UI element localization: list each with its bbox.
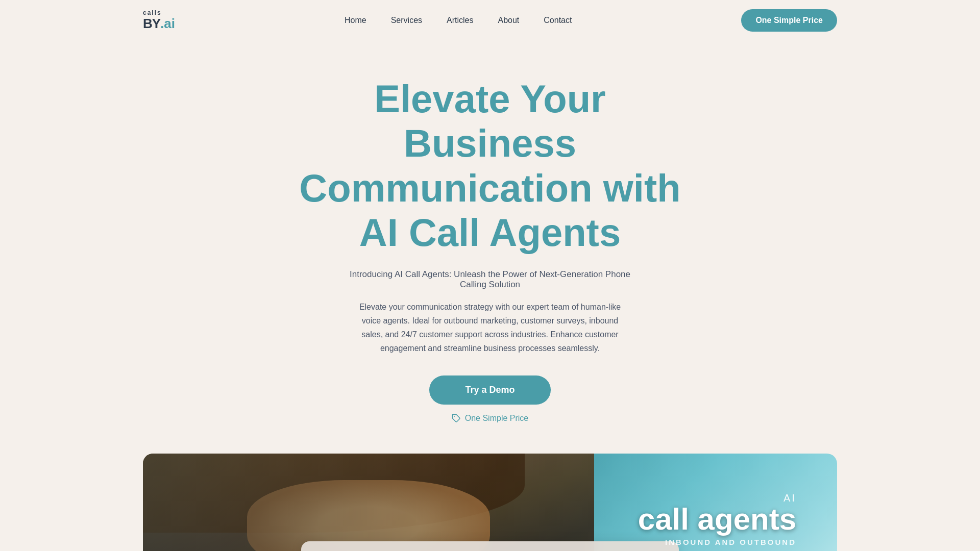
hero-call-agents-text: call agents <box>638 504 796 535</box>
navbar: calls BY .ai Home Services Articles Abou… <box>0 0 980 41</box>
logo[interactable]: calls BY .ai <box>143 10 175 31</box>
nav-cta-button[interactable]: One Simple Price <box>741 9 837 32</box>
hero-inbound-outbound-text: INBOUND AND OUTBOUND <box>638 538 796 546</box>
nav-services[interactable]: Services <box>391 16 422 24</box>
hero-ai-text: AI <box>638 492 796 504</box>
hero-subtitle: Introducing AI Call Agents: Unleash the … <box>347 269 633 290</box>
nav-links: Home Services Articles About Contact <box>345 16 572 25</box>
nav-about[interactable]: About <box>498 16 519 24</box>
hero-image-wrapper: AI call agents INBOUND AND OUTBOUND By c… <box>143 454 837 551</box>
try-demo-button[interactable]: Try a Demo <box>429 375 550 405</box>
hero-section: Elevate Your Business Communication with… <box>0 41 980 448</box>
cookie-banner: By continuing to use this site you conse… <box>301 541 679 551</box>
hero-buttons: Try a Demo One Simple Price <box>143 375 837 423</box>
nav-articles[interactable]: Articles <box>447 16 473 24</box>
simple-price-text: One Simple Price <box>465 414 529 423</box>
logo-dot-ai: .ai <box>160 16 175 31</box>
simple-price-link[interactable]: One Simple Price <box>452 414 529 423</box>
nav-home[interactable]: Home <box>345 16 366 24</box>
nav-contact[interactable]: Contact <box>544 16 572 24</box>
tag-icon <box>452 414 461 423</box>
hero-title: Elevate Your Business Communication with… <box>296 77 684 255</box>
logo-by: BY <box>143 16 160 31</box>
hero-description: Elevate your communication strategy with… <box>352 300 628 356</box>
hero-image-text: AI call agents INBOUND AND OUTBOUND <box>638 492 796 546</box>
